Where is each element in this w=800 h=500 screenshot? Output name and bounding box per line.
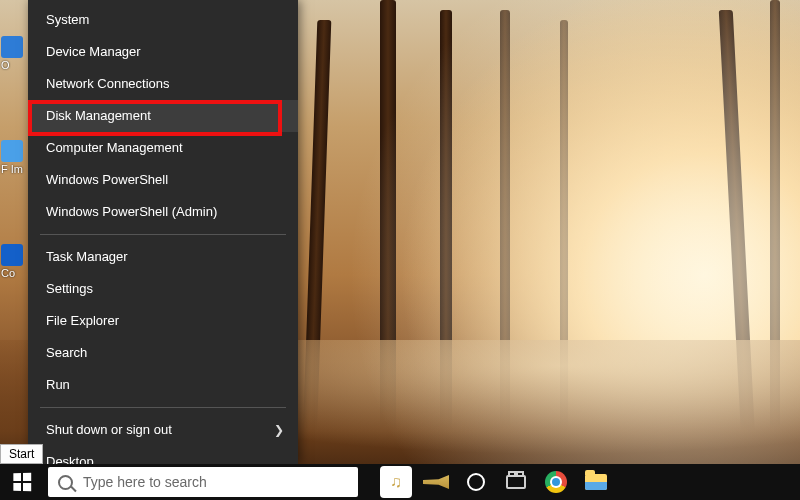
taskbar: Type here to search xyxy=(0,464,800,500)
winx-item-devmgr[interactable]: Device Manager xyxy=(28,36,298,68)
winx-item-label: Computer Management xyxy=(46,140,183,155)
menu-separator xyxy=(40,234,286,235)
winx-item-label: Shut down or sign out xyxy=(46,422,172,437)
winx-item-label: Task Manager xyxy=(46,249,128,264)
chevron-right-icon: ❯ xyxy=(274,414,284,446)
taskbar-app-trumpet[interactable] xyxy=(416,464,456,500)
desktop-icon-label: O xyxy=(1,59,24,71)
winx-item-taskmgr[interactable]: Task Manager xyxy=(28,241,298,273)
desktop-icon-label: Co xyxy=(1,267,24,279)
search-placeholder: Type here to search xyxy=(83,474,207,490)
winx-item-psh[interactable]: Windows PowerShell xyxy=(28,164,298,196)
winx-item-search[interactable]: Search xyxy=(28,337,298,369)
desktop-icon[interactable]: O xyxy=(0,34,24,88)
winx-item-label: System xyxy=(46,12,89,27)
winx-menu: SystemDevice ManagerNetwork ConnectionsD… xyxy=(28,0,298,464)
winx-item-shutdown[interactable]: Shut down or sign out❯ xyxy=(28,414,298,446)
desktop-icon-glyph xyxy=(1,140,23,162)
winx-item-netconn[interactable]: Network Connections xyxy=(28,68,298,100)
start-tooltip: Start xyxy=(0,444,43,464)
task-view-button[interactable] xyxy=(496,464,536,500)
winx-item-label: Run xyxy=(46,377,70,392)
taskbar-app-music[interactable] xyxy=(376,464,416,500)
search-icon xyxy=(58,475,73,490)
windows-logo-icon xyxy=(13,473,31,492)
desktop-icon[interactable]: F Im xyxy=(0,138,24,192)
desktop-icon-label: F Im xyxy=(1,163,24,175)
taskbar-search-box[interactable]: Type here to search xyxy=(48,467,358,497)
winx-item-label: File Explorer xyxy=(46,313,119,328)
start-button[interactable] xyxy=(0,464,44,500)
winx-item-pshadmin[interactable]: Windows PowerShell (Admin) xyxy=(28,196,298,228)
winx-item-label: Device Manager xyxy=(46,44,141,59)
winx-item-explorer[interactable]: File Explorer xyxy=(28,305,298,337)
task-view-icon xyxy=(506,475,526,489)
winx-item-compmgmt[interactable]: Computer Management xyxy=(28,132,298,164)
winx-item-system[interactable]: System xyxy=(28,4,298,36)
file-explorer-icon xyxy=(585,474,607,490)
desktop-icon-glyph xyxy=(1,244,23,266)
winx-item-diskmgmt[interactable]: Disk Management xyxy=(28,100,298,132)
chrome-icon xyxy=(545,471,567,493)
winx-item-label: Network Connections xyxy=(46,76,170,91)
cortana-button[interactable] xyxy=(456,464,496,500)
taskbar-app-chrome[interactable] xyxy=(536,464,576,500)
winx-item-label: Disk Management xyxy=(46,108,151,123)
winx-item-label: Search xyxy=(46,345,87,360)
winx-item-settings[interactable]: Settings xyxy=(28,273,298,305)
desktop-icon-glyph xyxy=(1,36,23,58)
menu-separator xyxy=(40,407,286,408)
taskbar-app-file-explorer[interactable] xyxy=(576,464,616,500)
winx-item-label: Windows PowerShell (Admin) xyxy=(46,204,217,219)
desktop-icon[interactable]: Co xyxy=(0,242,24,296)
winx-item-run[interactable]: Run xyxy=(28,369,298,401)
trumpet-icon xyxy=(423,475,449,489)
winx-item-label: Settings xyxy=(46,281,93,296)
cortana-ring-icon xyxy=(467,473,485,491)
winx-item-label: Windows PowerShell xyxy=(46,172,168,187)
music-note-icon xyxy=(380,466,412,498)
